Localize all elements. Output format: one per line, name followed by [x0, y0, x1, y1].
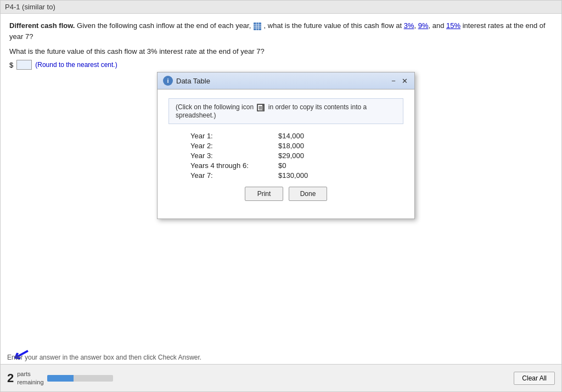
title-bar: P4-1 (similar to) [1, 1, 561, 14]
round-note: (Round to the nearest cent.) [35, 61, 117, 69]
main-question: Different cash flow. Given the following… [9, 20, 553, 42]
progress-bar-fill [47, 375, 74, 382]
row-label-2: Year 2: [190, 142, 278, 150]
row-value-1: $14,000 [278, 132, 304, 140]
note-text: (Click on the following icon [176, 103, 254, 111]
data-table-note: (Click on the following icon in order to… [168, 98, 403, 124]
rate-3: 3% [404, 21, 414, 30]
title-text: P4-1 (similar to) [5, 3, 55, 11]
spreadsheet-icon[interactable] [254, 23, 261, 30]
parts-number: 2 [7, 371, 14, 385]
main-container: P4-1 (similar to) Different cash flow. G… [0, 0, 562, 392]
table-row: Years 4 through 6: $0 [190, 161, 403, 170]
clear-all-button[interactable]: Clear All [514, 372, 555, 385]
row-label-1: Year 1: [190, 132, 278, 140]
dollar-sign: $ [9, 61, 13, 69]
modal-body: (Click on the following icon in order to… [158, 89, 414, 219]
table-row: Year 7: $130,000 [190, 171, 403, 180]
question-prefix: Different cash flow. [9, 21, 75, 30]
question-main-text: Given the following cash inflow at the e… [77, 21, 251, 30]
row-label-3: Year 3: [190, 152, 278, 160]
table-row: Year 1: $14,000 [190, 132, 403, 140]
done-button[interactable]: Done [289, 187, 327, 201]
table-row: Year 2: $18,000 [190, 142, 403, 150]
modal-title: Data Table [176, 77, 210, 85]
row-value-3: $29,000 [278, 152, 304, 160]
answer-row: $ (Round to the nearest cent.) [9, 60, 553, 70]
close-button[interactable]: ✕ [400, 76, 409, 85]
hint-text-content: Enter your answer in the answer box and … [7, 354, 201, 361]
rate-9: 9% [418, 21, 429, 30]
modal-header: i Data Table − ✕ [158, 72, 414, 89]
data-rows: Year 1: $14,000 Year 2: $18,000 Year 3: … [168, 132, 403, 180]
answer-input[interactable] [16, 60, 32, 70]
row-value-2: $18,000 [278, 142, 304, 150]
bottom-bar: 2 partsremaining Clear All [1, 364, 561, 391]
print-button[interactable]: Print [245, 187, 283, 201]
row-value-4-6: $0 [278, 161, 286, 170]
sub-question: What is the future value of this cash fl… [9, 47, 553, 55]
sub-question-text: What is the future value of this cash fl… [9, 47, 265, 55]
question-after-icon: , what is the future value of this cash … [264, 21, 402, 30]
hint-text: Enter your answer in the answer box and … [7, 354, 201, 361]
data-table-modal: i Data Table − ✕ (Click on the following… [157, 72, 415, 219]
info-icon: i [163, 76, 173, 86]
rate-15: 15% [446, 21, 460, 30]
progress-bar-container [47, 375, 113, 382]
row-value-7: $130,000 [278, 171, 308, 180]
row-label-7: Year 7: [190, 171, 278, 180]
modal-header-left: i Data Table [163, 76, 210, 86]
table-row: Year 3: $29,000 [190, 152, 403, 160]
parts-section: 2 partsremaining [7, 370, 514, 386]
copy-icon[interactable] [257, 104, 265, 111]
row-label-4-6: Years 4 through 6: [190, 161, 278, 170]
modal-footer: Print Done [168, 181, 403, 210]
modal-controls: − ✕ [389, 76, 409, 85]
parts-label: partsremaining [17, 370, 43, 386]
minimize-button[interactable]: − [389, 76, 398, 85]
